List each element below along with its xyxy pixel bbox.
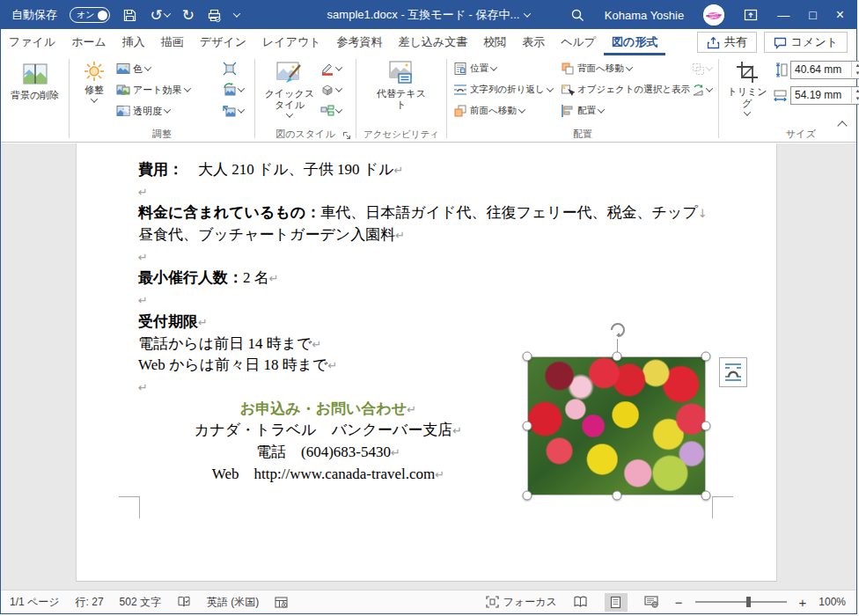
doc-line[interactable]: 費用： 大人 210 ドル、子供 190 ドル↵ <box>138 159 719 181</box>
doc-line[interactable]: ↵ <box>138 246 719 268</box>
tab-review[interactable]: 校閲 <box>475 29 514 55</box>
tab-design[interactable]: デザイン <box>192 29 254 55</box>
height-down-button[interactable]: ▼ <box>852 70 859 77</box>
tab-file[interactable]: ファイル <box>1 29 63 55</box>
corrections-button[interactable]: 修整 <box>74 58 114 105</box>
layout-options-button[interactable] <box>719 357 747 387</box>
doc-line[interactable]: ↵ <box>138 181 719 203</box>
alt-text-button[interactable]: 代替テキスト <box>373 58 430 113</box>
bring-forward-button[interactable]: 前面へ移動 <box>452 102 559 120</box>
proofing-status-button[interactable] <box>177 596 191 608</box>
collapse-ribbon-button[interactable] <box>839 117 846 133</box>
doc-line[interactable]: Web http://www.canada-travel.com↵ <box>138 464 518 486</box>
resize-handle-nw[interactable] <box>523 352 532 362</box>
remove-background-button[interactable]: 背景の削除 <box>8 58 62 103</box>
picture-border-button[interactable] <box>319 60 348 77</box>
search-button[interactable] <box>570 8 585 23</box>
doc-line[interactable]: 料金に含まれているもの：車代、日本語ガイド代、往復フェリー代、税金、チップ↓ <box>138 202 719 224</box>
width-down-button[interactable]: ▼ <box>852 95 859 103</box>
ribbon-display-options-button[interactable] <box>744 8 758 22</box>
page-indicator[interactable]: 1/1 ページ <box>10 595 60 610</box>
share-button[interactable]: 共有 <box>697 32 757 53</box>
qat-more-button[interactable] <box>234 12 239 18</box>
tab-mailings[interactable]: 差し込み文書 <box>391 29 476 55</box>
tab-references[interactable]: 参考資料 <box>329 29 391 55</box>
tab-draw[interactable]: 描画 <box>153 29 192 55</box>
word-count[interactable]: 502 文字 <box>120 595 161 610</box>
redo-button[interactable]: ↻ <box>182 8 195 23</box>
send-backward-button[interactable]: 背面へ移動 <box>559 60 691 77</box>
focus-mode-button[interactable]: フォーカス <box>486 595 557 610</box>
doc-line[interactable]: ↵ <box>138 290 719 312</box>
avatar[interactable] <box>703 4 724 26</box>
color-button[interactable]: 色 <box>114 60 222 77</box>
resize-handle-ne[interactable] <box>701 352 711 362</box>
zoom-in-button[interactable]: + <box>799 595 807 610</box>
width-up-button[interactable]: ▲ <box>852 87 859 95</box>
zoom-slider-thumb[interactable] <box>746 597 751 607</box>
zoom-out-button[interactable]: − <box>675 595 683 610</box>
doc-line-contact-heading[interactable]: お申込み・お問い合わせ↵ <box>138 399 518 421</box>
picture-styles-dialog-launcher[interactable] <box>342 131 351 140</box>
tab-picture-format[interactable]: 図の形式 <box>604 29 665 55</box>
doc-line[interactable]: カナダ・トラベル バンクーバー支店↵ <box>138 420 518 442</box>
flower-basket-photo[interactable] <box>527 356 706 495</box>
wrap-text-button[interactable]: 文字列の折り返し <box>452 81 559 99</box>
position-label: 位置 <box>470 62 488 75</box>
rotate-objects-button[interactable] <box>691 81 710 99</box>
quick-styles-button[interactable]: クイックスタイル <box>260 58 319 120</box>
zoom-level[interactable]: 100% <box>819 596 846 608</box>
print-layout-button[interactable] <box>605 593 628 612</box>
language-indicator[interactable]: 英語 (米国) <box>207 595 259 610</box>
crop-button[interactable]: トリミング <box>723 58 771 118</box>
width-input[interactable] <box>791 89 848 101</box>
resize-handle-sw[interactable] <box>523 491 532 501</box>
tab-home[interactable]: ホーム <box>63 29 114 55</box>
doc-line[interactable]: 受付期限↵ <box>138 312 719 334</box>
picture-effects-button[interactable] <box>319 81 348 99</box>
artistic-effects-button[interactable]: アート効果 <box>114 81 222 99</box>
quick-print-button[interactable] <box>207 8 222 23</box>
reset-picture-button[interactable] <box>222 102 250 120</box>
change-picture-button[interactable] <box>222 81 250 99</box>
position-button[interactable]: 位置 <box>452 60 559 77</box>
minimize-button[interactable]: — <box>777 8 789 22</box>
resize-handle-w[interactable] <box>523 422 532 431</box>
read-mode-button[interactable] <box>569 593 592 612</box>
selection-pane-button[interactable]: オブジェクトの選択と表示 <box>559 81 691 99</box>
autosave-toggle[interactable]: オン <box>70 7 110 23</box>
doc-line[interactable]: 電話 (604)683-5430↵ <box>138 442 518 464</box>
zoom-slider[interactable] <box>695 601 787 603</box>
resize-handle-e[interactable] <box>701 422 711 431</box>
tab-view[interactable]: 表示 <box>514 29 553 55</box>
line-indicator[interactable]: 行: 27 <box>76 595 104 610</box>
document-page[interactable]: 費用： 大人 210 ドル、子供 190 ドル↵ ↵ 料金に含まれているもの：車… <box>76 143 777 582</box>
doc-line[interactable]: 最小催行人数：2 名↵ <box>138 268 719 290</box>
align-button[interactable]: 配置 <box>559 102 691 120</box>
group-objects-button[interactable] <box>691 60 710 77</box>
undo-button[interactable]: ↺ <box>150 8 169 23</box>
maximize-button[interactable]: □ <box>809 8 816 22</box>
tab-help[interactable]: ヘルプ <box>553 29 604 55</box>
account-name[interactable]: Kohama Yoshie <box>605 9 684 22</box>
doc-line[interactable]: 電話からは前日 14 時まで↵ <box>138 334 719 356</box>
close-button[interactable]: × <box>836 7 844 23</box>
height-input[interactable] <box>791 63 848 76</box>
tab-insert[interactable]: 挿入 <box>114 29 153 55</box>
document-title-menu[interactable]: sample1.docx - 互換モード - 保存中... <box>327 7 531 23</box>
height-up-button[interactable]: ▲ <box>852 62 859 70</box>
comments-button[interactable]: コメント <box>764 32 848 53</box>
compress-pictures-button[interactable] <box>222 60 250 77</box>
resize-handle-se[interactable] <box>701 491 711 501</box>
transparency-button[interactable]: 透明度 <box>114 102 222 120</box>
web-layout-button[interactable] <box>640 593 663 612</box>
resize-handle-n[interactable] <box>612 352 621 362</box>
resize-handle-s[interactable] <box>612 491 621 501</box>
save-button[interactable] <box>122 8 137 23</box>
doc-line[interactable]: 昼食代、ブッチャートガーデン入園料↵ <box>138 224 719 246</box>
picture-layout-button[interactable] <box>319 102 348 120</box>
macro-record-button[interactable] <box>275 597 288 608</box>
tab-layout[interactable]: レイアウト <box>254 29 329 55</box>
rotate-objects-dropdown-icon <box>706 84 713 92</box>
rotation-handle[interactable] <box>606 318 628 339</box>
